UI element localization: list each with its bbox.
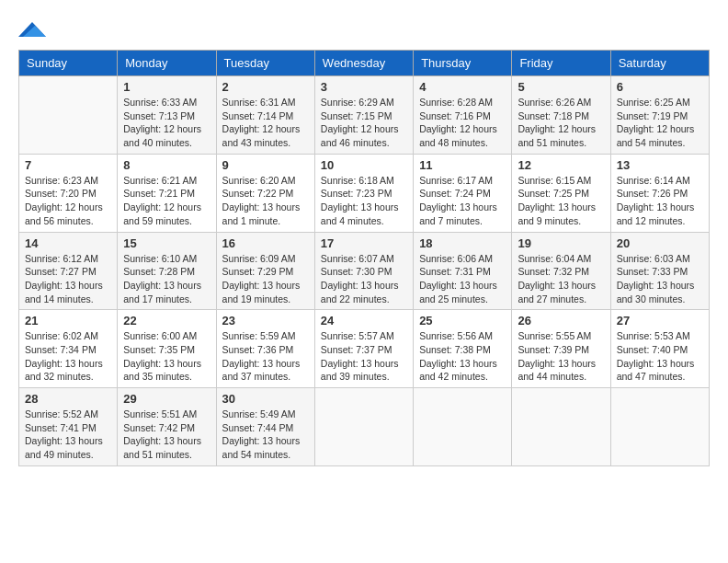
calendar-week-row: 14Sunrise: 6:12 AM Sunset: 7:27 PM Dayli…: [19, 232, 710, 310]
weekday-header: Sunday: [19, 51, 118, 76]
day-number: 14: [25, 236, 111, 250]
calendar-cell: 8Sunrise: 6:21 AM Sunset: 7:21 PM Daylig…: [118, 154, 216, 232]
calendar-cell: 26Sunrise: 5:55 AM Sunset: 7:39 PM Dayli…: [512, 310, 610, 388]
day-info: Sunrise: 5:59 AM Sunset: 7:36 PM Dayligh…: [222, 329, 309, 384]
calendar-cell: 4Sunrise: 6:28 AM Sunset: 7:16 PM Daylig…: [414, 76, 512, 155]
day-info: Sunrise: 6:07 AM Sunset: 7:30 PM Dayligh…: [321, 252, 407, 306]
day-info: Sunrise: 6:14 AM Sunset: 7:26 PM Dayligh…: [617, 174, 703, 228]
calendar-cell: 11Sunrise: 6:17 AM Sunset: 7:24 PM Dayli…: [414, 154, 512, 232]
calendar-cell: 15Sunrise: 6:10 AM Sunset: 7:28 PM Dayli…: [118, 232, 216, 310]
calendar-cell: 29Sunrise: 5:51 AM Sunset: 7:42 PM Dayli…: [118, 388, 216, 466]
calendar-cell: 18Sunrise: 6:06 AM Sunset: 7:31 PM Dayli…: [414, 232, 512, 310]
day-info: Sunrise: 6:31 AM Sunset: 7:14 PM Dayligh…: [222, 96, 309, 150]
day-number: 29: [123, 392, 210, 406]
day-number: 17: [321, 236, 407, 250]
day-info: Sunrise: 5:52 AM Sunset: 7:41 PM Dayligh…: [25, 408, 111, 462]
day-info: Sunrise: 6:23 AM Sunset: 7:20 PM Dayligh…: [25, 174, 111, 228]
weekday-header: Monday: [118, 51, 216, 76]
day-number: 9: [222, 158, 309, 172]
day-number: 12: [518, 158, 604, 172]
day-info: Sunrise: 6:28 AM Sunset: 7:16 PM Dayligh…: [419, 96, 506, 150]
calendar-cell: 12Sunrise: 6:15 AM Sunset: 7:25 PM Dayli…: [512, 154, 610, 232]
header-row: SundayMondayTuesdayWednesdayThursdayFrid…: [19, 51, 710, 76]
calendar-cell: 1Sunrise: 6:33 AM Sunset: 7:13 PM Daylig…: [118, 76, 216, 155]
day-info: Sunrise: 6:10 AM Sunset: 7:28 PM Dayligh…: [123, 252, 210, 306]
calendar-cell: 6Sunrise: 6:25 AM Sunset: 7:19 PM Daylig…: [610, 76, 709, 155]
day-info: Sunrise: 6:29 AM Sunset: 7:15 PM Dayligh…: [321, 96, 407, 150]
weekday-header: Wednesday: [314, 51, 413, 76]
day-number: 3: [321, 80, 407, 94]
day-number: 8: [123, 158, 210, 172]
day-number: 18: [419, 236, 506, 250]
calendar-cell: 3Sunrise: 6:29 AM Sunset: 7:15 PM Daylig…: [314, 76, 413, 155]
day-info: Sunrise: 6:25 AM Sunset: 7:19 PM Dayligh…: [617, 96, 703, 150]
day-info: Sunrise: 6:12 AM Sunset: 7:27 PM Dayligh…: [25, 252, 111, 306]
weekday-header: Saturday: [610, 51, 709, 76]
day-number: 5: [518, 80, 604, 94]
calendar-cell: 10Sunrise: 6:18 AM Sunset: 7:23 PM Dayli…: [314, 154, 413, 232]
day-info: Sunrise: 6:03 AM Sunset: 7:33 PM Dayligh…: [617, 252, 703, 306]
calendar-cell: 9Sunrise: 6:20 AM Sunset: 7:22 PM Daylig…: [216, 154, 314, 232]
calendar-cell: 19Sunrise: 6:04 AM Sunset: 7:32 PM Dayli…: [512, 232, 610, 310]
day-number: 26: [518, 314, 604, 327]
day-info: Sunrise: 5:49 AM Sunset: 7:44 PM Dayligh…: [222, 408, 309, 462]
day-number: 19: [518, 236, 604, 250]
day-number: 7: [25, 158, 111, 172]
logo-icon: [18, 18, 46, 40]
day-info: Sunrise: 6:06 AM Sunset: 7:31 PM Dayligh…: [419, 252, 506, 306]
calendar-cell: [314, 388, 413, 466]
calendar-cell: 16Sunrise: 6:09 AM Sunset: 7:29 PM Dayli…: [216, 232, 314, 310]
day-info: Sunrise: 5:55 AM Sunset: 7:39 PM Dayligh…: [518, 329, 604, 384]
calendar-table: SundayMondayTuesdayWednesdayThursdayFrid…: [18, 50, 710, 466]
calendar-cell: 7Sunrise: 6:23 AM Sunset: 7:20 PM Daylig…: [19, 154, 118, 232]
day-number: 25: [419, 314, 506, 327]
day-number: 20: [617, 236, 703, 250]
day-number: 11: [419, 158, 506, 172]
day-info: Sunrise: 6:15 AM Sunset: 7:25 PM Dayligh…: [518, 174, 604, 228]
day-number: 28: [25, 392, 111, 406]
day-info: Sunrise: 5:57 AM Sunset: 7:37 PM Dayligh…: [321, 329, 407, 384]
day-number: 23: [222, 314, 309, 327]
calendar-cell: 30Sunrise: 5:49 AM Sunset: 7:44 PM Dayli…: [216, 388, 314, 466]
calendar-cell: 2Sunrise: 6:31 AM Sunset: 7:14 PM Daylig…: [216, 76, 314, 155]
calendar-cell: [610, 388, 709, 466]
calendar-cell: 5Sunrise: 6:26 AM Sunset: 7:18 PM Daylig…: [512, 76, 610, 155]
day-number: 21: [25, 314, 111, 327]
calendar-cell: 23Sunrise: 5:59 AM Sunset: 7:36 PM Dayli…: [216, 310, 314, 388]
day-info: Sunrise: 6:02 AM Sunset: 7:34 PM Dayligh…: [25, 329, 111, 384]
day-info: Sunrise: 5:56 AM Sunset: 7:38 PM Dayligh…: [419, 329, 506, 384]
day-number: 13: [617, 158, 703, 172]
weekday-header: Tuesday: [216, 51, 314, 76]
day-number: 24: [321, 314, 407, 327]
day-info: Sunrise: 5:51 AM Sunset: 7:42 PM Dayligh…: [123, 408, 210, 462]
calendar-week-row: 28Sunrise: 5:52 AM Sunset: 7:41 PM Dayli…: [19, 388, 710, 466]
weekday-header: Thursday: [414, 51, 512, 76]
calendar-cell: 27Sunrise: 5:53 AM Sunset: 7:40 PM Dayli…: [610, 310, 709, 388]
calendar-cell: 20Sunrise: 6:03 AM Sunset: 7:33 PM Dayli…: [610, 232, 709, 310]
calendar-cell: 22Sunrise: 6:00 AM Sunset: 7:35 PM Dayli…: [118, 310, 216, 388]
day-number: 22: [123, 314, 210, 327]
calendar-week-row: 7Sunrise: 6:23 AM Sunset: 7:20 PM Daylig…: [19, 154, 710, 232]
day-info: Sunrise: 6:20 AM Sunset: 7:22 PM Dayligh…: [222, 174, 309, 228]
calendar-week-row: 21Sunrise: 6:02 AM Sunset: 7:34 PM Dayli…: [19, 310, 710, 388]
calendar-cell: 25Sunrise: 5:56 AM Sunset: 7:38 PM Dayli…: [414, 310, 512, 388]
day-info: Sunrise: 6:17 AM Sunset: 7:24 PM Dayligh…: [419, 174, 506, 228]
logo: [18, 18, 48, 40]
calendar-cell: 24Sunrise: 5:57 AM Sunset: 7:37 PM Dayli…: [314, 310, 413, 388]
day-info: Sunrise: 6:04 AM Sunset: 7:32 PM Dayligh…: [518, 252, 604, 306]
day-info: Sunrise: 6:09 AM Sunset: 7:29 PM Dayligh…: [222, 252, 309, 306]
calendar-cell: 28Sunrise: 5:52 AM Sunset: 7:41 PM Dayli…: [19, 388, 118, 466]
day-number: 2: [222, 80, 309, 94]
day-number: 27: [617, 314, 703, 327]
calendar-cell: [414, 388, 512, 466]
day-number: 16: [222, 236, 309, 250]
day-info: Sunrise: 6:33 AM Sunset: 7:13 PM Dayligh…: [123, 96, 210, 150]
header: [18, 18, 710, 40]
calendar-cell: [19, 76, 118, 155]
day-number: 1: [123, 80, 210, 94]
calendar-cell: 14Sunrise: 6:12 AM Sunset: 7:27 PM Dayli…: [19, 232, 118, 310]
day-info: Sunrise: 6:26 AM Sunset: 7:18 PM Dayligh…: [518, 96, 604, 150]
day-info: Sunrise: 6:00 AM Sunset: 7:35 PM Dayligh…: [123, 329, 210, 384]
day-info: Sunrise: 6:18 AM Sunset: 7:23 PM Dayligh…: [321, 174, 407, 228]
day-number: 30: [222, 392, 309, 406]
